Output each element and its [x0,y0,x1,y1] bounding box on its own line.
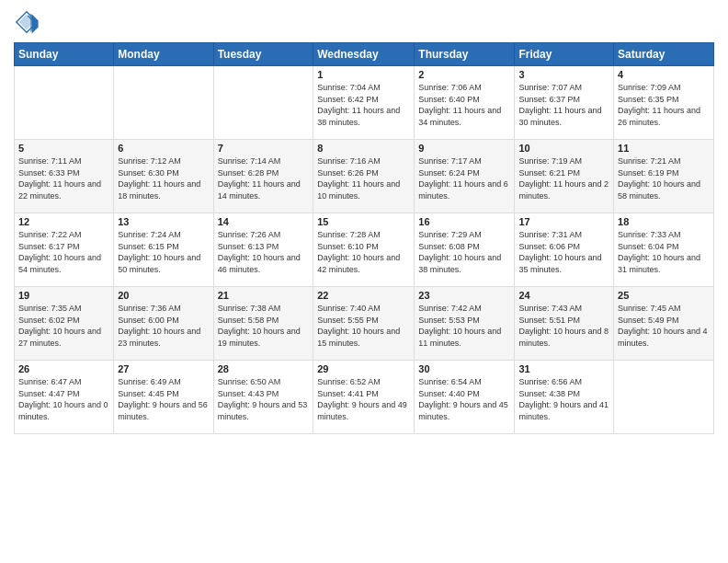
table-row: 13Sunrise: 7:24 AM Sunset: 6:15 PM Dayli… [114,213,213,287]
table-row: 26Sunrise: 6:47 AM Sunset: 4:47 PM Dayli… [15,361,114,434]
day-info: Sunrise: 7:35 AM Sunset: 6:02 PM Dayligh… [18,303,109,349]
day-info: Sunrise: 7:40 AM Sunset: 5:55 PM Dayligh… [317,303,410,349]
day-info: Sunrise: 7:06 AM Sunset: 6:40 PM Dayligh… [418,82,510,128]
table-row: 1Sunrise: 7:04 AM Sunset: 6:42 PM Daylig… [313,66,415,140]
table-row: 14Sunrise: 7:26 AM Sunset: 6:13 PM Dayli… [213,213,313,287]
table-row: 20Sunrise: 7:36 AM Sunset: 6:00 PM Dayli… [114,287,213,361]
day-info: Sunrise: 6:54 AM Sunset: 4:40 PM Dayligh… [418,376,510,422]
day-number: 3 [518,69,609,80]
table-row: 3Sunrise: 7:07 AM Sunset: 6:37 PM Daylig… [515,66,614,140]
col-friday: Friday [515,43,614,66]
table-row: 25Sunrise: 7:45 AM Sunset: 5:49 PM Dayli… [614,287,714,361]
col-monday: Monday [114,43,213,66]
day-info: Sunrise: 7:26 AM Sunset: 6:13 PM Dayligh… [218,229,310,275]
table-row: 15Sunrise: 7:28 AM Sunset: 6:10 PM Dayli… [313,213,415,287]
day-number: 10 [518,143,609,154]
table-row [114,66,213,140]
table-row: 28Sunrise: 6:50 AM Sunset: 4:43 PM Dayli… [213,361,313,434]
day-info: Sunrise: 7:29 AM Sunset: 6:08 PM Dayligh… [418,229,510,275]
day-number: 14 [218,216,310,227]
table-row: 18Sunrise: 7:33 AM Sunset: 6:04 PM Dayli… [614,213,714,287]
day-number: 9 [418,143,510,154]
table-row: 30Sunrise: 6:54 AM Sunset: 4:40 PM Dayli… [415,361,515,434]
day-number: 26 [18,363,109,374]
day-info: Sunrise: 7:07 AM Sunset: 6:37 PM Dayligh… [518,82,609,128]
day-number: 16 [418,216,510,227]
day-info: Sunrise: 7:19 AM Sunset: 6:21 PM Dayligh… [518,155,609,201]
table-row: 17Sunrise: 7:31 AM Sunset: 6:06 PM Dayli… [515,213,614,287]
header [14,9,714,35]
table-row: 2Sunrise: 7:06 AM Sunset: 6:40 PM Daylig… [415,66,515,140]
day-info: Sunrise: 7:21 AM Sunset: 6:19 PM Dayligh… [618,155,710,201]
logo-icon [14,9,40,35]
day-info: Sunrise: 7:11 AM Sunset: 6:33 PM Dayligh… [18,155,109,201]
day-info: Sunrise: 7:17 AM Sunset: 6:24 PM Dayligh… [418,155,510,201]
day-number: 27 [118,363,209,374]
day-number: 22 [317,290,410,301]
calendar-week-row: 5Sunrise: 7:11 AM Sunset: 6:33 PM Daylig… [15,140,714,213]
table-row [213,66,313,140]
day-number: 7 [218,143,310,154]
calendar-table: Sunday Monday Tuesday Wednesday Thursday… [14,42,714,434]
table-row: 19Sunrise: 7:35 AM Sunset: 6:02 PM Dayli… [15,287,114,361]
day-info: Sunrise: 7:33 AM Sunset: 6:04 PM Dayligh… [618,229,710,275]
day-number: 24 [518,290,609,301]
calendar-week-row: 1Sunrise: 7:04 AM Sunset: 6:42 PM Daylig… [15,66,714,140]
day-info: Sunrise: 7:42 AM Sunset: 5:53 PM Dayligh… [418,303,510,349]
day-info: Sunrise: 7:04 AM Sunset: 6:42 PM Dayligh… [317,82,410,128]
day-number: 18 [618,216,710,227]
day-info: Sunrise: 7:38 AM Sunset: 5:58 PM Dayligh… [218,303,310,349]
table-row [614,361,714,434]
table-row: 8Sunrise: 7:16 AM Sunset: 6:26 PM Daylig… [313,140,415,213]
col-wednesday: Wednesday [313,43,415,66]
day-info: Sunrise: 6:47 AM Sunset: 4:47 PM Dayligh… [18,376,109,422]
page: Sunday Monday Tuesday Wednesday Thursday… [0,0,728,563]
table-row: 11Sunrise: 7:21 AM Sunset: 6:19 PM Dayli… [614,140,714,213]
day-info: Sunrise: 6:49 AM Sunset: 4:45 PM Dayligh… [118,376,209,422]
day-number: 8 [317,143,410,154]
day-number: 5 [18,143,109,154]
day-number: 4 [618,69,710,80]
table-row [15,66,114,140]
table-row: 9Sunrise: 7:17 AM Sunset: 6:24 PM Daylig… [415,140,515,213]
day-info: Sunrise: 7:28 AM Sunset: 6:10 PM Dayligh… [317,229,410,275]
day-number: 6 [118,143,209,154]
day-info: Sunrise: 7:31 AM Sunset: 6:06 PM Dayligh… [518,229,609,275]
col-saturday: Saturday [614,43,714,66]
day-info: Sunrise: 7:12 AM Sunset: 6:30 PM Dayligh… [118,155,209,201]
day-info: Sunrise: 7:45 AM Sunset: 5:49 PM Dayligh… [618,303,710,349]
day-info: Sunrise: 7:43 AM Sunset: 5:51 PM Dayligh… [518,303,609,349]
day-info: Sunrise: 7:24 AM Sunset: 6:15 PM Dayligh… [118,229,209,275]
day-info: Sunrise: 7:36 AM Sunset: 6:00 PM Dayligh… [118,303,209,349]
table-row: 24Sunrise: 7:43 AM Sunset: 5:51 PM Dayli… [515,287,614,361]
table-row: 23Sunrise: 7:42 AM Sunset: 5:53 PM Dayli… [415,287,515,361]
day-number: 1 [317,69,410,80]
day-number: 11 [618,143,710,154]
col-tuesday: Tuesday [213,43,313,66]
day-info: Sunrise: 6:56 AM Sunset: 4:38 PM Dayligh… [518,376,609,422]
day-info: Sunrise: 7:22 AM Sunset: 6:17 PM Dayligh… [18,229,109,275]
day-number: 15 [317,216,410,227]
table-row: 21Sunrise: 7:38 AM Sunset: 5:58 PM Dayli… [213,287,313,361]
table-row: 16Sunrise: 7:29 AM Sunset: 6:08 PM Dayli… [415,213,515,287]
day-number: 21 [218,290,310,301]
day-number: 20 [118,290,209,301]
day-number: 30 [418,363,510,374]
day-info: Sunrise: 6:50 AM Sunset: 4:43 PM Dayligh… [218,376,310,422]
day-number: 31 [518,363,609,374]
day-number: 13 [118,216,209,227]
day-number: 23 [418,290,510,301]
col-thursday: Thursday [415,43,515,66]
table-row: 31Sunrise: 6:56 AM Sunset: 4:38 PM Dayli… [515,361,614,434]
table-row: 27Sunrise: 6:49 AM Sunset: 4:45 PM Dayli… [114,361,213,434]
day-number: 19 [18,290,109,301]
table-row: 29Sunrise: 6:52 AM Sunset: 4:41 PM Dayli… [313,361,415,434]
day-info: Sunrise: 7:14 AM Sunset: 6:28 PM Dayligh… [218,155,310,201]
table-row: 10Sunrise: 7:19 AM Sunset: 6:21 PM Dayli… [515,140,614,213]
col-sunday: Sunday [15,43,114,66]
day-info: Sunrise: 7:16 AM Sunset: 6:26 PM Dayligh… [317,155,410,201]
table-row: 4Sunrise: 7:09 AM Sunset: 6:35 PM Daylig… [614,66,714,140]
day-number: 28 [218,363,310,374]
calendar-header-row: Sunday Monday Tuesday Wednesday Thursday… [15,43,714,66]
calendar-week-row: 26Sunrise: 6:47 AM Sunset: 4:47 PM Dayli… [15,361,714,434]
